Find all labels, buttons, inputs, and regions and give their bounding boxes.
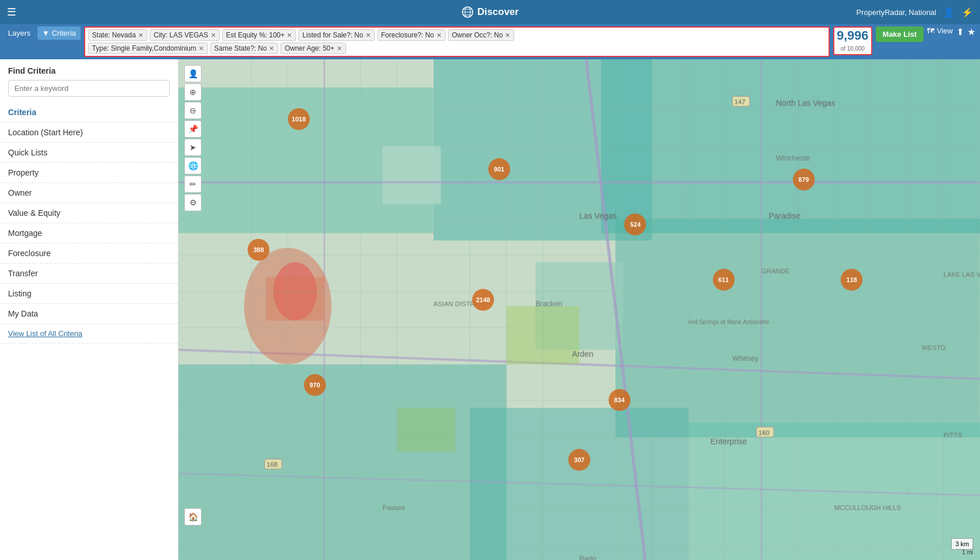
- app-title: Discover: [477, 6, 519, 18]
- filter-tag-city[interactable]: City: LAS VEGAS ✕: [150, 29, 220, 41]
- locate-tool[interactable]: ➤: [184, 139, 202, 156]
- svg-rect-11: [178, 364, 506, 560]
- sidebar-item-label-property[interactable]: Property: [0, 163, 178, 182]
- zoom-in-tool[interactable]: ⊕: [184, 83, 202, 101]
- top-nav: ☰ Discover PropertyRadar, National 👤 ⚡: [0, 0, 980, 24]
- user-icon[interactable]: 👤: [943, 7, 955, 18]
- settings-tool[interactable]: ⚙: [184, 194, 202, 211]
- filter-tag-foreclosure[interactable]: Foreclosure?: No ✕: [377, 29, 446, 41]
- svg-text:Whitney: Whitney: [732, 355, 759, 363]
- sidebar-item-location[interactable]: Location (Start Here): [0, 123, 178, 143]
- person-tool[interactable]: 👤: [184, 65, 202, 82]
- filter-tag-equity[interactable]: Est Equity %: 100+ ✕: [222, 29, 297, 41]
- filter-tags-row-2: Type: Single Family,Condominium ✕Same St…: [88, 43, 826, 54]
- sidebar-item-label-foreclosure[interactable]: Foreclosure: [0, 243, 178, 263]
- sidebar-item-quick-lists[interactable]: Quick Lists: [0, 143, 178, 163]
- draw-tool[interactable]: ✏: [184, 176, 202, 193]
- sidebar-item-label-transfer[interactable]: Transfer: [0, 264, 178, 283]
- filter-tag-type[interactable]: Type: Single Family,Condominium ✕: [88, 43, 208, 54]
- sidebar-item-label-quick-lists[interactable]: Quick Lists: [0, 143, 178, 162]
- map-area[interactable]: North Las Vegas Wincheste Paradise Las V…: [178, 59, 980, 560]
- search-input[interactable]: [8, 80, 170, 97]
- filter-tag-same_state[interactable]: Same State?: No ✕: [210, 43, 278, 54]
- filter-bar-controls: Layers ▼ Criteria: [5, 26, 81, 40]
- scale-label-km: 3 km: [955, 540, 969, 547]
- sidebar-item-label-location[interactable]: Location (Start Here): [0, 123, 178, 142]
- svg-text:Pasture: Pasture: [382, 504, 405, 511]
- scale-bar: 3 km: [951, 538, 973, 550]
- view-button[interactable]: 🗺 View: [927, 26, 953, 35]
- svg-text:Bracken: Bracken: [535, 300, 562, 308]
- alert-icon[interactable]: ⚡: [962, 7, 973, 18]
- remove-filter-state[interactable]: ✕: [138, 32, 143, 39]
- sidebar-item-label-my-data[interactable]: My Data: [0, 304, 178, 323]
- remove-filter-same_state[interactable]: ✕: [269, 45, 274, 52]
- remove-filter-type[interactable]: ✕: [199, 45, 204, 52]
- sidebar-item-label-criteria: Criteria: [0, 102, 178, 122]
- remove-filter-city[interactable]: ✕: [211, 32, 216, 39]
- remove-filter-owner_occ[interactable]: ✕: [505, 32, 510, 39]
- svg-rect-25: [397, 408, 455, 452]
- filter-tag-owner_occ[interactable]: Owner Occ?: No ✕: [448, 29, 515, 41]
- svg-text:168: 168: [267, 461, 278, 468]
- home-button[interactable]: 🏠: [184, 508, 202, 525]
- count-box[interactable]: 9,996 of 10,000: [833, 26, 872, 55]
- globe-layer-tool[interactable]: 🌐: [184, 157, 202, 174]
- sidebar-item-label-mortgage[interactable]: Mortgage: [0, 223, 178, 243]
- filter-tag-owner_age[interactable]: Owner Age: 50+ ✕: [280, 43, 345, 54]
- sidebar-item-owner[interactable]: Owner: [0, 183, 178, 203]
- sidebar-item-foreclosure[interactable]: Foreclosure: [0, 243, 178, 264]
- remove-filter-foreclosure[interactable]: ✕: [436, 32, 442, 39]
- pin-tool[interactable]: 📌: [184, 120, 202, 138]
- sidebar-item-value-equity[interactable]: Value & Equity: [0, 203, 178, 223]
- svg-text:Las Vegas: Las Vegas: [579, 211, 617, 220]
- home-icon: 🏠: [188, 512, 198, 521]
- svg-text:ASIAN DISTRICT: ASIAN DISTRICT: [434, 300, 485, 307]
- svg-text:GRANDE: GRANDE: [761, 268, 789, 275]
- make-list-button[interactable]: Make List: [876, 26, 924, 42]
- filter-tag-state[interactable]: State: Nevada ✕: [88, 29, 147, 41]
- svg-text:Enterprise: Enterprise: [711, 437, 747, 446]
- filter-tag-listed[interactable]: Listed for Sale?: No ✕: [298, 29, 374, 41]
- property-count: 9,996: [837, 29, 869, 43]
- svg-text:Arden: Arden: [572, 349, 593, 359]
- svg-text:160: 160: [758, 429, 769, 436]
- svg-text:LAKE LAS VEGAS: LAKE LAS VEGAS: [944, 271, 980, 278]
- sidebar-item-mortgage[interactable]: Mortgage: [0, 223, 178, 243]
- sidebar-item-label-owner[interactable]: Owner: [0, 183, 178, 203]
- sidebar-item-label-listing[interactable]: Listing: [0, 284, 178, 303]
- svg-text:MCCULLOUGH HILLS: MCCULLOUGH HILLS: [834, 504, 901, 511]
- filter-tags-container: State: Nevada ✕City: LAS VEGAS ✕Est Equi…: [84, 26, 830, 57]
- layers-button[interactable]: Layers: [5, 26, 34, 40]
- svg-rect-6: [601, 59, 980, 233]
- sidebar-item-my-data[interactable]: My Data: [0, 304, 178, 324]
- svg-rect-23: [266, 277, 324, 321]
- map-canvas: North Las Vegas Wincheste Paradise Las V…: [178, 59, 980, 560]
- sidebar-item-listing[interactable]: Listing: [0, 284, 178, 304]
- remove-filter-listed[interactable]: ✕: [366, 32, 371, 39]
- share-button[interactable]: ⬆: [956, 26, 964, 37]
- svg-text:Barlo: Barlo: [579, 555, 597, 560]
- sidebar-view-all[interactable]: View List of All Criteria: [0, 324, 178, 344]
- hamburger-menu[interactable]: ☰: [7, 6, 16, 18]
- sidebar-title: Find Criteria: [0, 66, 178, 80]
- sidebar-item-criteria[interactable]: Criteria: [0, 102, 178, 123]
- remove-filter-equity[interactable]: ✕: [287, 32, 292, 39]
- svg-text:Paradise: Paradise: [769, 211, 800, 220]
- filter-bar: Layers ▼ Criteria State: Nevada ✕City: L…: [0, 24, 980, 59]
- svg-text:WESTO: WESTO: [922, 344, 946, 351]
- view-icon: 🗺: [927, 26, 935, 35]
- user-name: PropertyRadar, National: [856, 8, 936, 17]
- sidebar-item-label-value-equity[interactable]: Value & Equity: [0, 203, 178, 223]
- remove-filter-owner_age[interactable]: ✕: [337, 45, 342, 52]
- scale-label-mi: 1 mi: [962, 549, 973, 555]
- favorite-button[interactable]: ★: [967, 26, 975, 37]
- sidebar-item-property[interactable]: Property: [0, 163, 178, 183]
- filter-icon: ▼: [42, 29, 50, 37]
- sidebar-item-transfer[interactable]: Transfer: [0, 264, 178, 284]
- main-content: Find Criteria CriteriaLocation (Start He…: [0, 59, 980, 560]
- app-title-area: Discover: [461, 6, 519, 18]
- view-all-criteria-link[interactable]: View List of All Criteria: [0, 324, 178, 343]
- zoom-out-tool[interactable]: ⊖: [184, 102, 202, 119]
- criteria-button[interactable]: ▼ Criteria: [37, 26, 81, 40]
